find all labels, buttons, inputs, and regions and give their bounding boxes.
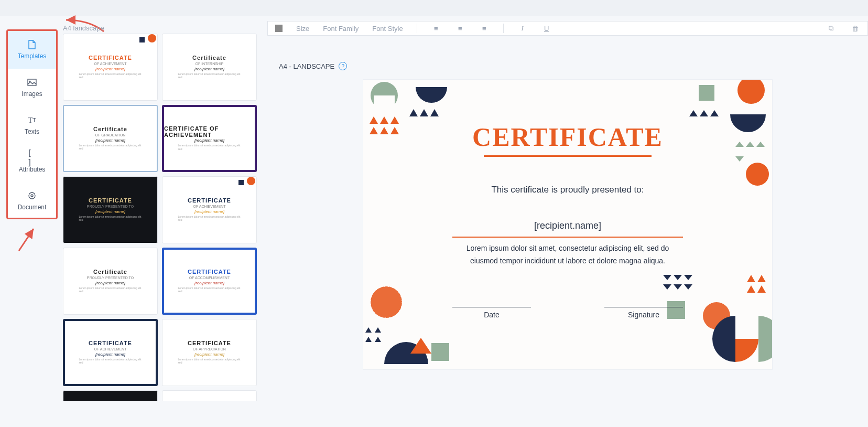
svg-point-25 <box>746 163 769 186</box>
sidebar-item-label: Templates <box>18 52 47 60</box>
template-gallery: CERTIFICATEOF ACHIEVEMENT[recipient.name… <box>63 34 257 401</box>
app-header <box>0 0 868 16</box>
svg-marker-42 <box>684 284 692 290</box>
svg-marker-18 <box>430 109 439 116</box>
fill-color-button[interactable] <box>275 25 283 32</box>
help-icon[interactable]: ? <box>339 62 347 70</box>
svg-rect-7 <box>238 180 244 185</box>
template-thumbnail[interactable]: CERTIFICATE OF ACHIEVEMENT[recipient.nam… <box>162 105 257 172</box>
align-center-button[interactable]: ≡ <box>455 25 465 33</box>
font-family-dropdown[interactable]: Font Family <box>323 25 359 33</box>
signature-name[interactable]: Signature <box>604 307 683 319</box>
svg-point-4 <box>148 34 156 42</box>
template-thumbnail[interactable]: CERTIFICATEOF ACHIEVEMENT[recipient.name… <box>162 176 257 243</box>
sidebar-item-attributes[interactable]: [ ] Attributes <box>8 144 56 182</box>
svg-point-20 <box>737 80 765 104</box>
template-thumbnail[interactable]: CertificateLorem ipsum dolor sit amet co… <box>162 390 257 401</box>
sidebar-item-label: Images <box>21 90 42 98</box>
svg-marker-45 <box>747 275 755 282</box>
svg-marker-24 <box>735 156 744 162</box>
editor-toolbar: Size Font Family Font Style ≡ ≡ ≡ I U ⧉ … <box>267 21 868 36</box>
copy-button[interactable]: ⧉ <box>826 24 836 33</box>
svg-point-3 <box>31 195 33 197</box>
svg-marker-47 <box>747 285 755 293</box>
italic-button[interactable]: I <box>517 24 528 33</box>
font-style-dropdown[interactable]: Font Style <box>372 25 403 33</box>
annotation-arrow-icon <box>16 226 37 254</box>
svg-point-6 <box>247 177 255 185</box>
size-dropdown[interactable]: Size <box>296 25 309 33</box>
sidebar-item-label: Texts <box>25 128 39 135</box>
underline-button[interactable]: U <box>541 25 552 33</box>
separator <box>503 24 504 33</box>
template-thumbnail[interactable]: CERTIFICATEOF ACHIEVEMENTLorem ipsum dol… <box>63 390 158 401</box>
canvas-size-label: A4 - LANDSCAPE ? <box>267 52 868 80</box>
template-thumbnail[interactable]: CERTIFICATEOF ACHIEVEMENT[recipient.name… <box>63 319 158 386</box>
certificate-recipient-field[interactable]: [recipient.name] <box>452 220 683 238</box>
sidebar-item-document[interactable]: Document <box>8 182 56 220</box>
certificate-canvas[interactable]: CERTIFICATE This certificate is proudly … <box>363 80 772 369</box>
sidebar-item-templates[interactable]: Templates <box>8 31 56 69</box>
svg-marker-40 <box>663 284 671 290</box>
svg-marker-35 <box>365 337 372 342</box>
svg-marker-26 <box>689 110 698 116</box>
template-thumbnail[interactable]: CertificateOF GRADUATION[recipient.name]… <box>63 105 158 172</box>
sidebar-item-texts[interactable]: TT Texts <box>8 106 56 144</box>
template-thumbnail[interactable]: CertificateOF INTERNSHIP[recipient.name]… <box>162 34 257 101</box>
template-thumbnail[interactable]: CERTIFICATEPROUDLY PRESENTED TO[recipien… <box>63 176 158 243</box>
svg-marker-17 <box>420 109 428 116</box>
svg-rect-19 <box>699 85 714 101</box>
svg-marker-38 <box>674 275 682 280</box>
image-icon <box>27 78 37 87</box>
svg-marker-41 <box>674 284 682 290</box>
signature-date[interactable]: Date <box>452 307 531 319</box>
svg-point-2 <box>29 193 35 199</box>
certificate-presented-text[interactable]: This certificate is proudly presented to… <box>363 185 772 195</box>
svg-marker-34 <box>375 327 381 333</box>
svg-rect-0 <box>28 79 36 86</box>
gear-icon <box>27 191 37 200</box>
delete-button[interactable]: 🗑 <box>850 25 860 33</box>
svg-marker-48 <box>757 285 766 293</box>
align-left-button[interactable]: ≡ <box>431 25 441 33</box>
svg-marker-28 <box>710 110 719 116</box>
template-thumbnail[interactable]: CERTIFICATEOF APPRECIATION[recipient.nam… <box>162 319 257 386</box>
file-icon <box>27 40 37 49</box>
type-icon: TT <box>27 115 37 125</box>
template-thumbnail[interactable]: CERTIFICATEOF ACCOMPLISHMENT[recipient.n… <box>162 248 257 315</box>
svg-rect-5 <box>139 37 145 42</box>
certificate-title[interactable]: CERTIFICATE <box>363 122 772 157</box>
sidebar-item-images[interactable]: Images <box>8 69 56 106</box>
svg-rect-31 <box>431 343 449 361</box>
canvas-size-text: A4 - LANDSCAPE <box>279 62 334 70</box>
canvas-area: A4 - LANDSCAPE ? <box>267 52 868 427</box>
svg-marker-36 <box>375 337 381 342</box>
svg-marker-39 <box>684 275 692 280</box>
svg-marker-37 <box>663 275 671 280</box>
certificate-description[interactable]: Lorem ipsum dolor sit amet, consectetur … <box>452 242 683 268</box>
svg-marker-16 <box>409 109 418 116</box>
sidebar-item-label: Document <box>18 204 47 211</box>
template-thumbnail[interactable]: CERTIFICATEOF ACHIEVEMENT[recipient.name… <box>63 34 158 101</box>
template-thumbnail[interactable]: CertificatePROUDLY PRESENTED TO[recipien… <box>63 248 158 315</box>
separator <box>417 24 417 33</box>
align-right-button[interactable]: ≡ <box>479 25 490 33</box>
svg-rect-9 <box>374 95 395 109</box>
svg-marker-27 <box>700 110 708 116</box>
svg-marker-46 <box>757 275 766 282</box>
sidebar-item-label: Attributes <box>19 166 46 173</box>
signature-row: Date Signature <box>452 307 683 319</box>
brackets-icon: [ ] <box>27 153 37 163</box>
svg-point-29 <box>371 286 402 318</box>
svg-marker-33 <box>365 327 372 333</box>
left-sidebar: Templates Images TT Texts [ ] Attributes… <box>6 29 58 219</box>
panel-title: A4 landscape <box>63 24 104 32</box>
